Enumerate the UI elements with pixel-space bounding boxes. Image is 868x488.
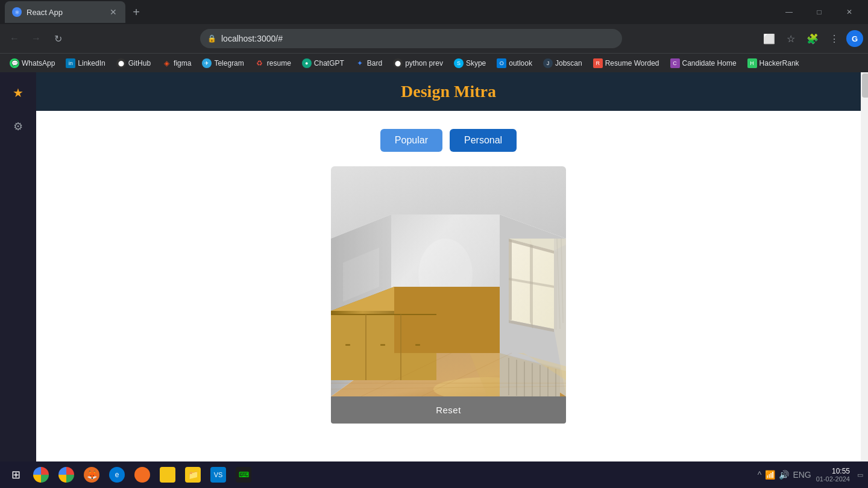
bookmark-python[interactable]: ⬤ python prev — [388, 56, 448, 70]
window-controls: — □ ✕ — [775, 3, 863, 21]
title-bar: ⚛ React App ✕ + — □ ✕ — [0, 0, 868, 24]
svg-rect-27 — [380, 344, 385, 346]
taskbar-app-terminal[interactable]: ⌨ — [231, 463, 256, 487]
taskbar-app-firefox[interactable]: 🦊 — [80, 463, 104, 487]
jobscan-favicon: J — [543, 58, 553, 68]
chrome2-icon — [58, 467, 74, 483]
maximize-button[interactable]: □ — [805, 3, 833, 21]
system-icons: ^ 📶 🔊 ENG — [758, 470, 811, 480]
bookmark-jobscan[interactable]: J Jobscan — [538, 56, 587, 70]
app-header: Design Mitra — [36, 72, 861, 111]
room-image — [331, 166, 566, 396]
room-illustration — [331, 166, 566, 396]
taskbar-app-chrome[interactable] — [29, 463, 53, 487]
reload-button[interactable]: ↻ — [48, 29, 68, 48]
taskbar: ⊞ 🦊 e 📁 VS — [0, 461, 868, 488]
resumeworded-favicon: R — [593, 58, 603, 68]
app-body: Popular Personal — [36, 111, 861, 461]
browser-tab[interactable]: ⚛ React App ✕ — [5, 1, 125, 23]
tab-close-button[interactable]: ✕ — [108, 7, 118, 17]
taskbar-app-folder[interactable]: 📁 — [181, 463, 205, 487]
chevron-icon[interactable]: ^ — [758, 470, 762, 480]
brave-icon — [134, 467, 150, 483]
address-bar-row: ← → ↻ 🔒 localhost:3000/# ⬜ ☆ 🧩 ⋮ G — [0, 24, 868, 53]
address-text: localhost:3000/# — [221, 34, 615, 43]
taskbar-app-vscode[interactable]: VS — [206, 463, 230, 487]
whatsapp-favicon: 💬 — [10, 58, 19, 68]
svg-rect-26 — [345, 344, 350, 346]
start-button[interactable]: ⊞ — [5, 464, 27, 486]
taskbar-app-edge[interactable]: e — [105, 463, 129, 487]
minimize-button[interactable]: — — [775, 3, 803, 21]
tab-favicon: ⚛ — [12, 7, 22, 17]
browser-content: ★ ⚙ Design Mitra Popular Personal — [0, 72, 868, 461]
back-button[interactable]: ← — [5, 29, 24, 48]
scrollbar-thumb[interactable] — [862, 74, 868, 98]
tab-buttons: Popular Personal — [380, 129, 517, 152]
profile-avatar[interactable]: G — [846, 30, 863, 47]
outlook-favicon: O — [497, 58, 506, 68]
chatgpt-favicon: ● — [302, 58, 312, 68]
taskbar-app-brave[interactable] — [130, 463, 154, 487]
folder-icon: 📁 — [185, 467, 201, 483]
bookmark-resume[interactable]: ♻ resume — [250, 56, 296, 70]
linkedin-favicon: in — [66, 58, 75, 68]
bookmark-whatsapp[interactable]: 💬 WhatsApp — [5, 56, 60, 70]
volume-icon[interactable]: 🔊 — [779, 470, 789, 480]
svg-marker-22 — [394, 287, 500, 353]
bookmark-linkedin[interactable]: in LinkedIn — [61, 56, 110, 70]
extensions-icon[interactable]: 🧩 — [803, 29, 822, 48]
bookmark-outlook[interactable]: O outlook — [492, 56, 537, 70]
personal-button[interactable]: Personal — [450, 129, 517, 152]
bard-favicon: ✦ — [355, 58, 365, 68]
scrollbar[interactable] — [861, 72, 868, 461]
taskbar-clock: 10:55 01-02-2024 — [816, 467, 850, 483]
bookmark-resumeworded[interactable]: R Resume Worded — [588, 56, 664, 70]
telegram-favicon: ✈ — [202, 58, 212, 68]
bookmark-bard[interactable]: ✦ Bard — [350, 56, 387, 70]
skype-favicon: S — [454, 58, 464, 68]
svg-rect-28 — [415, 344, 420, 346]
edge-icon: e — [109, 467, 125, 483]
address-bar[interactable]: 🔒 localhost:3000/# — [200, 29, 622, 48]
taskbar-app-chrome2[interactable] — [54, 463, 78, 487]
left-sidebar: ★ ⚙ — [0, 72, 36, 461]
resume-favicon: ♻ — [255, 58, 265, 68]
favorites-icon[interactable]: ★ — [7, 82, 29, 104]
new-tab-button[interactable]: + — [128, 4, 145, 20]
main-content: Design Mitra Popular Personal — [36, 72, 861, 461]
bookmark-telegram[interactable]: ✈ Telegram — [197, 56, 248, 70]
room-container: Reset — [331, 166, 566, 424]
app-title: Design Mitra — [36, 82, 861, 101]
toolbar-icons: ⬜ ☆ 🧩 ⋮ G — [760, 29, 863, 48]
lang-label: ENG — [793, 470, 811, 480]
tab-title: React App — [27, 8, 104, 17]
github-favicon: ⬤ — [116, 58, 126, 68]
bookmark-chatgpt[interactable]: ● ChatGPT — [297, 56, 349, 70]
cast-icon[interactable]: ⬜ — [760, 29, 779, 48]
firefox-icon: 🦊 — [84, 467, 99, 483]
bookmark-icon[interactable]: ☆ — [781, 29, 800, 48]
bookmark-figma[interactable]: ◈ figma — [157, 56, 196, 70]
taskbar-right: ^ 📶 🔊 ENG 10:55 01-02-2024 ▭ — [758, 467, 863, 483]
taskbar-app-explorer[interactable] — [156, 463, 180, 487]
svg-marker-13 — [530, 239, 533, 329]
reset-button[interactable]: Reset — [331, 396, 566, 424]
bookmark-hackerrank[interactable]: H HackerRank — [743, 56, 804, 70]
forward-button[interactable]: → — [27, 29, 46, 48]
popular-button[interactable]: Popular — [380, 129, 442, 152]
menu-button[interactable]: ⋮ — [825, 29, 844, 48]
close-button[interactable]: ✕ — [835, 3, 863, 21]
bookmark-candidate[interactable]: C Candidate Home — [665, 56, 741, 70]
lock-icon: 🔒 — [207, 34, 216, 43]
bookmarks-bar: 💬 WhatsApp in LinkedIn ⬤ GitHub ◈ figma … — [0, 53, 868, 72]
bookmark-github[interactable]: ⬤ GitHub — [112, 56, 156, 70]
terminal-icon: ⌨ — [236, 467, 251, 483]
python-favicon: ⬤ — [393, 58, 403, 68]
taskbar-apps: 🦊 e 📁 VS ⌨ — [29, 463, 256, 487]
chrome-icon — [33, 467, 49, 483]
settings-icon[interactable]: ⚙ — [7, 116, 29, 137]
show-desktop-button[interactable]: ▭ — [857, 471, 863, 479]
bookmark-skype[interactable]: S Skype — [449, 56, 491, 70]
browser-window: ⚛ React App ✕ + — □ ✕ ← → ↻ 🔒 localhost:… — [0, 0, 868, 488]
